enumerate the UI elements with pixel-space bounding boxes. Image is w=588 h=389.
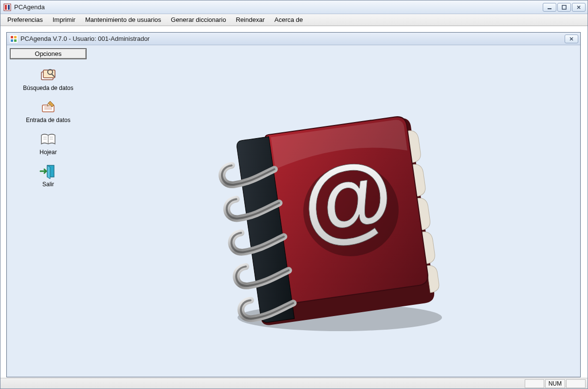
sidebar-item-hojear[interactable]: Hojear xyxy=(10,130,87,156)
menu-acerca-de[interactable]: Acerca de xyxy=(270,15,308,25)
minimize-button[interactable] xyxy=(543,3,556,12)
svg-text:@: @ xyxy=(295,141,399,255)
sidebar-item-salir[interactable]: Salir xyxy=(10,162,87,188)
app-icon xyxy=(3,3,11,11)
sidebar-item-label: Hojear xyxy=(39,149,56,156)
browse-icon xyxy=(38,130,58,148)
inner-app-icon xyxy=(10,35,18,43)
menu-mantenimiento-usuarios[interactable]: Mantenimiento de usuarios xyxy=(80,15,166,25)
opciones-header[interactable]: Opciones xyxy=(10,48,87,59)
data-entry-icon xyxy=(38,98,58,116)
maximize-button[interactable] xyxy=(557,3,571,12)
svg-rect-8 xyxy=(11,39,13,42)
window-controls xyxy=(543,3,586,12)
sidebar-item-entrada[interactable]: Entrada de datos xyxy=(10,98,87,124)
menu-reindexar[interactable]: Reindexar xyxy=(231,15,269,25)
menu-imprimir[interactable]: Imprimir xyxy=(48,15,80,25)
svg-rect-9 xyxy=(14,39,17,42)
inner-titlebar[interactable]: PCAgenda V.7.0 - Usuario: 001-Administra… xyxy=(7,33,580,45)
inner-window-title: PCAgenda V.7.0 - Usuario: 001-Administra… xyxy=(20,35,565,42)
svg-rect-3 xyxy=(548,8,551,9)
status-cell xyxy=(525,379,544,388)
inner-close-button[interactable] xyxy=(565,35,578,43)
statusbar: NUM xyxy=(0,378,588,389)
status-cell xyxy=(566,379,586,388)
svg-rect-4 xyxy=(562,5,566,9)
sidebar-item-label: Salir xyxy=(42,181,54,188)
menu-generar-diccionario[interactable]: Generar diccionario xyxy=(166,15,231,25)
sidebar-item-busqueda[interactable]: Búsqueda de datos xyxy=(10,66,87,91)
sidebar-item-label: Entrada de datos xyxy=(26,117,70,124)
menu-preferencias[interactable]: Preferencias xyxy=(2,15,48,25)
close-button[interactable] xyxy=(572,3,586,12)
main-window: PCAgenda Preferencias Imprimir Mantenimi… xyxy=(0,0,588,389)
inner-window: PCAgenda V.7.0 - Usuario: 001-Administra… xyxy=(6,32,581,377)
inner-body: Opciones Búsqueda de datos xyxy=(7,45,580,377)
svg-rect-1 xyxy=(5,5,7,10)
mdi-client: PCAgenda V.7.0 - Usuario: 001-Administra… xyxy=(0,26,588,378)
menubar: Preferencias Imprimir Mantenimiento de u… xyxy=(0,14,588,26)
window-title: PCAgenda xyxy=(14,3,543,11)
titlebar[interactable]: PCAgenda xyxy=(0,0,588,14)
status-num-indicator: NUM xyxy=(545,379,565,388)
content-area: @ xyxy=(90,45,580,377)
address-book-icon: @ xyxy=(199,84,461,348)
svg-rect-6 xyxy=(11,36,13,38)
svg-rect-7 xyxy=(14,36,17,38)
sidebar-item-label: Búsqueda de datos xyxy=(23,85,73,91)
sidebar: Opciones Búsqueda de datos xyxy=(7,45,90,377)
search-data-icon xyxy=(38,66,58,84)
svg-rect-2 xyxy=(8,5,10,10)
exit-icon xyxy=(38,162,58,180)
